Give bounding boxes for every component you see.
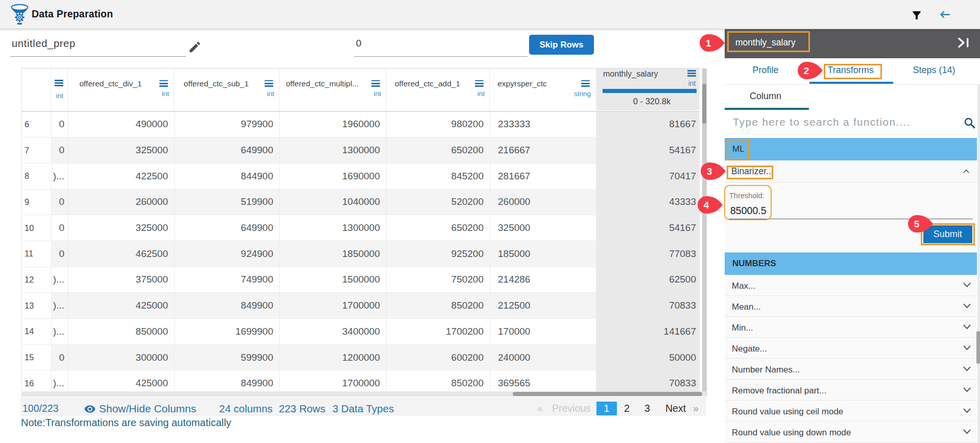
svg-text:3: 3 bbox=[706, 166, 712, 177]
svg-text:2: 2 bbox=[804, 65, 809, 76]
svg-text:1: 1 bbox=[706, 37, 711, 48]
svg-text:5: 5 bbox=[914, 218, 919, 229]
svg-text:4: 4 bbox=[704, 200, 709, 211]
